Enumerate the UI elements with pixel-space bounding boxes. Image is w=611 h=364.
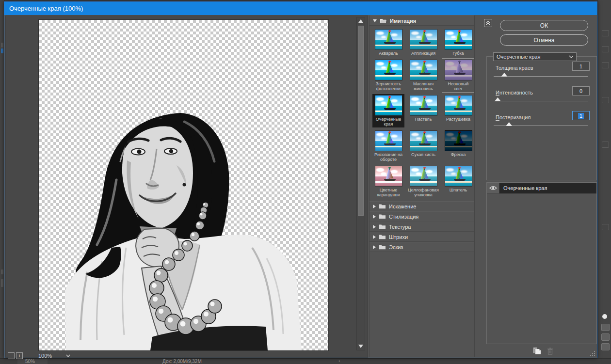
cancel-button[interactable]: Отмена (500, 34, 588, 46)
category-row[interactable]: Текстура (370, 222, 474, 232)
filter-thumbnail[interactable]: Неоновый свет (442, 59, 474, 92)
preview-zoom-controls: − + 100% (8, 352, 73, 360)
slider-thumb[interactable] (495, 97, 501, 101)
parameter-value-field[interactable]: 1 (572, 111, 590, 120)
collapse-triangle-icon (373, 19, 377, 22)
zoom-dropdown-chevron-icon[interactable] (63, 352, 73, 360)
filter-thumbnail[interactable]: Шпатель (442, 165, 474, 198)
closed-folder-icon (379, 234, 386, 239)
background-panel-icon (602, 142, 609, 148)
zoom-level-dropdown[interactable]: 100% (29, 352, 61, 360)
scroll-down-icon[interactable] (357, 343, 365, 350)
background-panel-icon (602, 46, 609, 52)
background-panel-icon (602, 314, 607, 319)
filter-thumbnail[interactable]: Сухая кисть (407, 129, 439, 163)
category-label: Штрихи (389, 234, 408, 240)
parameter-label: Интенсивность (496, 90, 533, 95)
category-imitation[interactable]: Имитация (370, 16, 474, 26)
scrollbar-thumb[interactable] (358, 26, 364, 216)
statusbar-arrow-icon: › (338, 358, 340, 364)
category-row[interactable]: Эскиз (370, 242, 474, 252)
sailboat-thumbnail-image (445, 60, 472, 80)
filter-thumbnail[interactable]: Очерченные края (372, 94, 404, 127)
filter-thumbnail[interactable]: Губка (442, 28, 474, 57)
sailboat-thumbnail-image (410, 166, 437, 186)
background-panel-icon (602, 224, 609, 230)
category-label: Стилизация (389, 214, 418, 220)
category-row[interactable]: Искажение (370, 201, 474, 211)
category-row[interactable]: Штрихи (370, 232, 474, 242)
parameter-value-field[interactable]: 1 (572, 62, 590, 71)
preview-vertical-scrollbar[interactable] (356, 17, 365, 350)
filter-thumbnail[interactable]: Акварель (372, 28, 404, 57)
filter-thumbnail[interactable]: Фреска (442, 129, 474, 163)
parameter-label: Толщина краев (496, 65, 533, 71)
filter-thumbnail-label: Масляная живопись (408, 81, 438, 91)
filter-thumbnail[interactable]: Цветные карандаши (372, 165, 404, 198)
sailboat-thumbnail-image (445, 131, 472, 151)
filter-thumbnail-label: Шпатель (450, 188, 467, 192)
expand-triangle-icon (373, 205, 376, 208)
sailboat-thumbnail-image (410, 95, 437, 115)
category-row[interactable]: Стилизация (370, 211, 474, 222)
filter-grid: Акварель Аппликация Губка (370, 26, 474, 201)
parameter-label: Постеризация (496, 114, 531, 120)
zoom-in-button[interactable]: + (16, 352, 23, 359)
filter-thumbnail[interactable]: Аппликация (407, 28, 439, 57)
filter-thumbnail-label: Губка (452, 51, 464, 56)
parameter-group: Толщина краев 1 (496, 63, 590, 81)
filter-thumbnail-label: Фреска (451, 152, 466, 157)
filter-thumbnail-label: Сухая кисть (411, 152, 435, 157)
sailboat-thumbnail-image (375, 30, 402, 49)
filter-thumbnail[interactable]: Рисование на обороте (372, 129, 404, 163)
background-panel-dock (597, 0, 611, 364)
sailboat-thumbnail-image (410, 131, 437, 151)
filter-thumbnail-label: Неоновый свет (443, 81, 473, 91)
filter-thumbnail[interactable]: Растушевка (442, 94, 474, 127)
filter-thumbnail[interactable]: Зернистость фотопленки (372, 59, 404, 92)
filter-thumbnail-label: Акварель (379, 51, 398, 56)
category-label: Эскиз (389, 244, 403, 250)
statusbar-doc-info: Док: 2,00М/9,32М (162, 359, 202, 364)
sailboat-thumbnail-image (410, 30, 437, 49)
parameter-value-field[interactable]: 0 (572, 86, 590, 95)
expand-triangle-icon (373, 245, 376, 249)
filter-thumbnail[interactable]: Целлофановая упаковка (407, 165, 439, 198)
new-effect-layer-icon[interactable] (533, 347, 541, 355)
slider-thumb[interactable] (506, 122, 512, 126)
ok-button[interactable]: ОК (500, 20, 588, 31)
filter-browser: Имитация Акварель Аппликация (369, 16, 475, 357)
scroll-up-icon[interactable] (357, 17, 365, 25)
background-panel-icon (602, 62, 609, 68)
filter-thumbnail[interactable]: Пастель (407, 94, 439, 127)
filter-thumbnail-label: Цветные карандаши (373, 188, 403, 197)
filter-thumbnail-label: Целлофановая упаковка (408, 188, 439, 197)
filter-thumbnail-label: Рисование на обороте (373, 152, 403, 162)
expand-triangle-icon (373, 215, 376, 219)
open-folder-icon (380, 18, 387, 24)
background-tool-icon (1, 269, 3, 274)
dialog-titlebar[interactable]: Очерченные края (100%) (4, 2, 597, 15)
filter-thumbnail-label: Аппликация (411, 51, 435, 56)
zoom-out-button[interactable]: − (8, 352, 15, 359)
background-tool-icon (1, 48, 3, 53)
visibility-toggle[interactable] (487, 183, 499, 193)
slider-thumb[interactable] (501, 73, 507, 77)
hide-thumbnails-button[interactable] (484, 19, 492, 27)
filter-select-value: Очерченные края (497, 54, 540, 60)
filter-thumbnail[interactable]: Масляная живопись (407, 59, 439, 92)
background-panel-icon (601, 324, 610, 331)
filter-select-dropdown[interactable]: Очерченные края (493, 52, 577, 61)
category-label: Искажение (389, 204, 416, 209)
effect-layer-row[interactable]: Очерченные края (487, 183, 596, 194)
resize-grip[interactable] (589, 351, 596, 357)
sailboat-thumbnail-image (375, 131, 402, 151)
slider-track[interactable] (494, 76, 588, 77)
delete-effect-layer-icon[interactable] (547, 348, 553, 355)
effect-layer-actions (533, 347, 553, 355)
sailboat-thumbnail-image (375, 60, 402, 80)
slider-track[interactable] (494, 101, 588, 101)
preview-image[interactable] (39, 20, 328, 350)
sailboat-thumbnail-image (375, 95, 402, 115)
sailboat-thumbnail-image (375, 166, 402, 186)
